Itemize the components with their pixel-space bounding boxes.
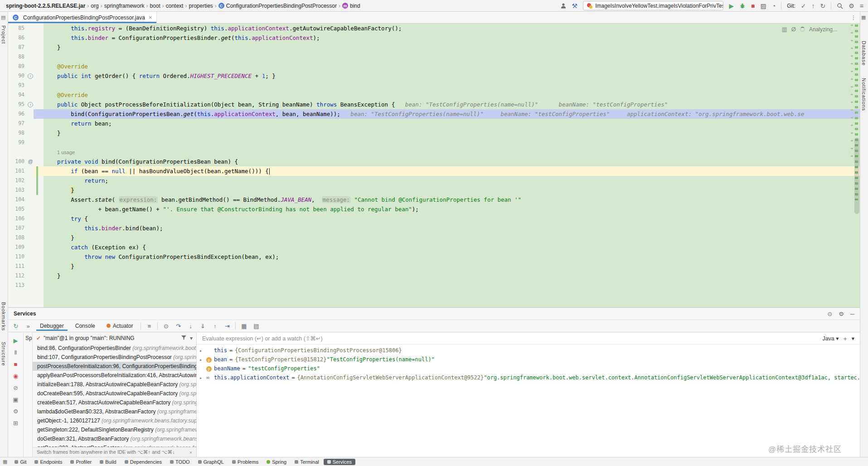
pause-button[interactable]: Ⅱ: [14, 349, 17, 356]
run-button[interactable]: ▶: [729, 2, 734, 10]
build-hammer-icon[interactable]: ⚒: [572, 2, 578, 10]
notifications-bell-icon[interactable]: ▦: [861, 15, 866, 20]
statusbar-item-todo[interactable]: TODO: [166, 459, 194, 465]
services-tree-collapsed[interactable]: Sp: [24, 333, 33, 457]
profiler-icon[interactable]: ◔: [772, 2, 776, 10]
code-line[interactable]: 1 usage: [8, 147, 860, 157]
toolwindow-switcher-icon[interactable]: ▦: [3, 459, 7, 465]
coverage-icon[interactable]: ▨: [760, 2, 766, 10]
code-line-95[interactable]: 95↑ public Object postProcessBeforeIniti…: [8, 100, 860, 109]
code-line-105[interactable]: 105 + bean.getName() + "'. Ensure that @…: [8, 204, 860, 214]
stack-frame[interactable]: getBean:202, AbstractBeanFactory (org.sp…: [33, 443, 196, 447]
breadcrumb-item[interactable]: properties: [187, 3, 214, 9]
code-line-89[interactable]: 89 @Override: [8, 62, 860, 71]
stack-frame[interactable]: bind:86, ConfigurationPropertiesBinder (…: [33, 344, 196, 353]
breadcrumb-item[interactable]: spring-boot-2.2.5.RELEASE.jar: [5, 3, 87, 9]
toolwindow-label-project[interactable]: Project: [1, 25, 6, 44]
debugger-settings-gear-icon[interactable]: ⚙: [13, 408, 19, 415]
code-line-100[interactable]: 100@ private void bind(ConfigurationProp…: [8, 157, 860, 166]
code-line-113[interactable]: 113: [8, 281, 860, 290]
code-line-111[interactable]: 111 }: [8, 262, 860, 271]
thread-dump-icon[interactable]: ▣: [13, 396, 18, 403]
step-out-icon[interactable]: ↑: [211, 323, 219, 330]
breadcrumb-item[interactable]: mbind: [341, 3, 362, 9]
rerun-icon[interactable]: ↻: [12, 323, 20, 330]
toolwindow-label-database[interactable]: Database: [861, 41, 867, 66]
stop-button[interactable]: ■: [14, 361, 18, 368]
toolwindow-label-bookmarks[interactable]: Bookmarks: [1, 302, 6, 331]
code-line-103[interactable]: 103 }: [8, 185, 860, 195]
expand-chevron-icon[interactable]: ▸: [199, 357, 206, 362]
view-breakpoints-icon[interactable]: ◉: [13, 373, 18, 379]
statusbar-item-profiler[interactable]: Profiler: [67, 459, 95, 465]
code-line-104[interactable]: 104 Assert.state( expression: bean.getBi…: [8, 195, 860, 204]
git-widget-label[interactable]: Git:: [787, 3, 795, 9]
editor-scrollbar[interactable]: [854, 138, 859, 214]
expand-chevron-icon[interactable]: ▸: [199, 348, 206, 353]
view-options-icon[interactable]: ▤: [252, 323, 260, 330]
code-line-107[interactable]: 107 this.binder.bind(bean);: [8, 223, 860, 233]
breadcrumb-item[interactable]: CConfigurationPropertiesBindingPostProce…: [217, 3, 338, 9]
tab-console[interactable]: Console: [72, 321, 99, 331]
mute-breakpoints-icon[interactable]: ⊘: [13, 384, 18, 391]
statusbar-item-dependencies[interactable]: Dependencies: [121, 459, 165, 465]
git-check-icon[interactable]: ✓: [801, 2, 806, 10]
stack-frame[interactable]: createBean:517, AbstractAutowireCapableB…: [33, 398, 196, 407]
statusbar-item-services[interactable]: Services: [324, 459, 355, 465]
float-mode-icon[interactable]: ⊙: [827, 311, 832, 317]
statusbar-item-problems[interactable]: Problems: [228, 459, 262, 465]
statusbar-item-graphql[interactable]: GraphQL: [194, 459, 228, 465]
statusbar-item-terminal[interactable]: Terminal: [291, 459, 323, 465]
editor-options-kebab-icon[interactable]: ⋮: [851, 15, 856, 21]
code-line-85[interactable]: 85 this.registry = (BeanDefinitionRegist…: [8, 24, 860, 33]
evaluate-expression-icon[interactable]: ▦: [240, 323, 248, 330]
code-line-93[interactable]: 93: [8, 81, 860, 90]
debug-button[interactable]: [739, 3, 746, 9]
variable-row[interactable]: ▸pbean={TestConfigProperties@15812} "Tes…: [197, 355, 860, 364]
add-watch-button[interactable]: +: [844, 335, 847, 342]
search-icon[interactable]: [837, 3, 843, 9]
stop-button[interactable]: ■: [751, 2, 755, 10]
code-line-96[interactable]: 96 bind(ConfigurationPropertiesBean.get(…: [8, 109, 860, 119]
code-line-99[interactable]: 99: [8, 138, 860, 147]
stack-frame[interactable]: initializeBean:1788, AbstractAutowireCap…: [33, 380, 196, 389]
run-configuration-select[interactable]: ImageIsInvolveYellowTest.imageIsViolatio…: [583, 1, 723, 10]
close-tab-icon[interactable]: ×: [149, 14, 152, 21]
stack-frame[interactable]: doGetBean:321, AbstractBeanFactory (org.…: [33, 434, 196, 443]
usage-hint[interactable]: 1 usage: [44, 150, 75, 155]
expand-chevron-icon[interactable]: ▸: [199, 375, 206, 380]
show-execution-point-icon[interactable]: ⊙: [162, 323, 170, 330]
pin-tab-icon[interactable]: ⊞: [13, 420, 18, 427]
tab-actuator[interactable]: Actuator: [103, 321, 137, 331]
breadcrumb-item[interactable]: context: [165, 3, 185, 9]
stack-frame[interactable]: lambda$doGetBean$0:323, AbstractBeanFact…: [33, 407, 196, 416]
code-line-112[interactable]: 112 }: [8, 271, 860, 281]
breadcrumb-item[interactable]: org: [89, 3, 100, 9]
code-line-110[interactable]: 110 throw new ConfigurationPropertiesBin…: [8, 252, 860, 262]
code-line-101[interactable]: 101 if (bean == null || hasBoundValueObj…: [8, 166, 860, 176]
layout-menu-icon[interactable]: ≡: [145, 323, 153, 330]
code-line-98[interactable]: 98 }: [8, 128, 860, 138]
code-editor[interactable]: 85 this.registry = (BeanDefinitionRegist…: [8, 24, 860, 307]
code-line-106[interactable]: 106 try {: [8, 214, 860, 223]
code-line-109[interactable]: 109 catch (Exception ex) {: [8, 243, 860, 252]
variable-row[interactable]: ▸this={ConfigurationPropertiesBindingPos…: [197, 346, 860, 355]
git-push-icon[interactable]: ↑: [812, 2, 815, 10]
main-menu-icon[interactable]: ≡: [860, 2, 863, 10]
hide-panel-icon[interactable]: ─: [850, 311, 854, 317]
close-tip-icon[interactable]: ×: [189, 450, 192, 455]
code-line-86[interactable]: 86 this.binder = ConfigurationProperties…: [8, 33, 860, 43]
code-line-90[interactable]: 90↑ public int getOrder() { return Order…: [8, 71, 860, 81]
code-line-88[interactable]: 88: [8, 52, 860, 62]
services-header[interactable]: Services ⊙ ⚙ ─: [8, 308, 860, 320]
code-line-94[interactable]: 94 @Override: [8, 90, 860, 100]
evaluate-expression-bar[interactable]: Evaluate expression (↵) or add a watch (…: [197, 333, 860, 345]
stack-frame[interactable]: getObject:-1, 1260127127 (org.springfram…: [33, 416, 196, 425]
resume-button[interactable]: ▶: [14, 337, 18, 344]
thread-dropdown-chevron-icon[interactable]: ▾: [190, 335, 193, 341]
statusbar-item-git[interactable]: Git: [11, 459, 30, 465]
toolwindow-label-structure[interactable]: Structure: [1, 342, 6, 366]
more-tabs-chevrons-icon[interactable]: »: [24, 323, 32, 330]
statusbar-item-spring[interactable]: Spring: [263, 459, 290, 465]
breadcrumb-item[interactable]: springframework: [103, 3, 146, 9]
